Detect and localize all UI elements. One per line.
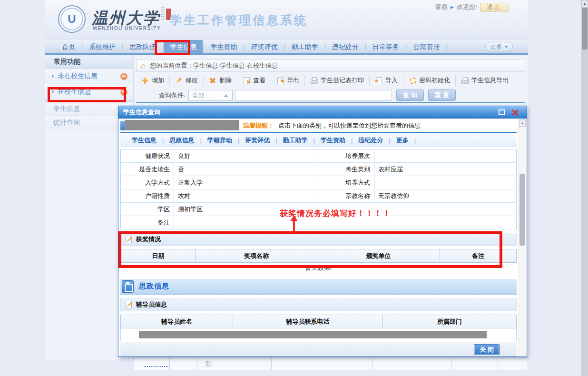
counselor-section-header: 辅导员信息: [120, 298, 517, 311]
nav-item-discipline[interactable]: 违纪处分: [326, 40, 365, 53]
app-root: ▲ U 温州大学 WENZHOU UNIVERSITY 学生工作管理信息系统 雷…: [0, 0, 588, 376]
tab-work-study[interactable]: 勤工助学: [277, 136, 314, 145]
reset-button[interactable]: 重 置: [428, 89, 456, 101]
nav-more-button[interactable]: 更多: [485, 42, 513, 51]
password-reset-button[interactable]: 密码初始化: [403, 75, 456, 86]
dialog-scrollbar-thumb[interactable]: [519, 174, 525, 246]
background-student-link[interactable]: [142, 358, 170, 370]
delete-button[interactable]: 删除: [204, 75, 237, 86]
search-row: 查询条件: 全部 查 询 重 置: [136, 89, 525, 103]
nav-item-apartment[interactable]: 公寓管理: [407, 40, 446, 53]
user-bar: 雷霞 ▶ 欢迎您! 退出: [435, 2, 509, 12]
add-button[interactable]: 增加: [136, 75, 170, 86]
sidebar-title: 常用功能: [45, 55, 133, 69]
sidebar-group-enrolled[interactable]: 在校生信息: [45, 84, 133, 100]
table-row: 健康状况 良好 培养层次: [121, 149, 517, 163]
toolbar: 增加 修改 删除 查看 导出 学生登记表打印: [136, 73, 525, 88]
query-button[interactable]: 查 询: [396, 89, 424, 101]
clipboard-icon: [122, 280, 134, 293]
chevron-up-icon: [224, 94, 228, 97]
export-button[interactable]: 导出: [271, 75, 305, 86]
nav-item-daily-affairs[interactable]: 日常事务: [366, 40, 405, 53]
welcome-arrow-icon: ▶: [451, 5, 454, 10]
table-row: 户籍性质 农村 宗教名称 无宗教信仰: [121, 189, 517, 203]
import-icon: [375, 77, 382, 84]
tab-awards[interactable]: 评奖评优: [239, 136, 275, 145]
close-button[interactable]: 关 闭: [474, 344, 500, 355]
delete-x-icon: [209, 77, 216, 84]
dialog-footer: 关 闭: [120, 342, 517, 356]
view-doc-icon: [243, 77, 250, 84]
tab-student-aid[interactable]: 学生资助: [315, 136, 351, 145]
maximize-icon[interactable]: [499, 109, 505, 115]
tab-student-info[interactable]: 学生信息: [126, 136, 162, 145]
university-name-en: WENZHOU UNIVERSITY: [93, 26, 161, 31]
dialog-notice-bar: 温馨提醒： 点击下面的类别，可以快速定位到您所要查看的信息: [120, 120, 517, 131]
nav-item-work-study[interactable]: 勤工助学: [285, 40, 324, 53]
doc-pencil-icon: [125, 236, 132, 243]
award-section-header: 获奖情况: [120, 233, 517, 246]
dialog-titlebar[interactable]: 学生信息查询: [118, 106, 527, 119]
table-row: 是否走读生 否 考生类别 农村应届: [121, 163, 517, 176]
university-seal-logo: U: [58, 5, 86, 33]
background-table-row: 院: [134, 357, 528, 370]
expand-arrow-icon: [52, 90, 54, 94]
system-title: 学生工作管理信息系统: [170, 12, 308, 28]
tab-political-info[interactable]: 思政信息: [164, 136, 200, 145]
nav-item-home[interactable]: 首页: [56, 40, 81, 53]
tab-discipline[interactable]: 违纪处分: [353, 136, 389, 145]
sidebar-group-non-enrolled[interactable]: 非在校生信息: [45, 69, 133, 84]
scroll-up-icon[interactable]: ▲: [519, 119, 526, 127]
annotation-arrow-shaft: [293, 221, 295, 233]
counselor-data-row: [120, 328, 517, 341]
doc-pencil-icon: [125, 301, 132, 308]
page-scrollbar-thumb[interactable]: [582, 8, 588, 49]
seal-letter: U: [68, 12, 76, 26]
dialog-scrollbar[interactable]: ▲: [519, 119, 526, 356]
row-checkbox-cell: [134, 358, 142, 370]
close-icon[interactable]: [511, 109, 519, 116]
political-info-section-header: 思政信息: [120, 279, 517, 295]
import-button[interactable]: 导入: [370, 75, 403, 86]
calligraphy-signature: [161, 7, 165, 20]
tab-status-change[interactable]: 学籍异动: [202, 136, 238, 145]
pencil-icon: [175, 77, 183, 84]
logout-button[interactable]: 退出: [480, 3, 509, 12]
gear-icon: [409, 77, 416, 84]
search-input[interactable]: [235, 90, 392, 101]
collapse-minus-icon[interactable]: [120, 73, 127, 80]
page-scrollbar[interactable]: ▲: [581, 0, 588, 376]
scroll-up-icon[interactable]: ▲: [581, 0, 588, 7]
collapse-minus-icon[interactable]: [120, 89, 127, 96]
printer-icon: [461, 77, 469, 84]
search-filter-select[interactable]: 全部: [188, 90, 233, 101]
counselor-table-header: 辅导员姓名 辅导员联系电话 所属部门: [120, 315, 517, 328]
nav-item-awards[interactable]: 评奖评优: [245, 40, 284, 53]
dialog-tabs: 学生信息| 思政信息| 学籍异动| 评奖评优| 勤工助学| 学生资助| 违纪处分…: [120, 134, 517, 147]
welcome-text: 欢迎您!: [457, 3, 477, 11]
search-condition-label: 查询条件:: [159, 91, 186, 99]
nav-item-political-team[interactable]: 思政队伍: [123, 40, 162, 53]
student-info-dialog: 学生信息查询 温馨提醒： 点击下面的类别，可以快速定位到您所要查看的信息 学生信…: [118, 106, 527, 357]
student-info-export-button[interactable]: 学生信息导出: [456, 75, 514, 86]
table-row: 入学方式 正常入学 培养方式: [121, 176, 517, 189]
tab-more[interactable]: 更多: [391, 136, 414, 145]
plus-icon: [141, 77, 149, 84]
edit-button[interactable]: 修改: [170, 75, 204, 86]
user-name: 雷霞: [435, 3, 448, 11]
printer-icon: [310, 77, 318, 84]
no-data-text: 暂无数据!: [120, 264, 517, 273]
nav-item-student-info[interactable]: 学生信息: [164, 40, 203, 53]
expand-arrow-icon: [52, 74, 54, 78]
print-registration-button[interactable]: 学生登记表打印: [305, 75, 370, 86]
home-icon: ⌂: [141, 61, 146, 69]
award-table-header: 日期 奖项名称 颁奖单位 备注: [120, 249, 517, 263]
app-header: U 温州大学 WENZHOU UNIVERSITY 学生工作管理信息系统 雷霞 …: [45, 0, 528, 40]
nav-item-system-maintenance[interactable]: 系统维护: [83, 40, 122, 53]
nav-item-student-aid[interactable]: 学生资助: [205, 40, 244, 53]
dialog-title: 学生信息查询: [123, 109, 160, 116]
redacted-student-name: [125, 120, 239, 130]
redacted-counselor-info: [139, 331, 487, 338]
view-button[interactable]: 查看: [237, 75, 271, 86]
export-icon: [276, 77, 284, 84]
